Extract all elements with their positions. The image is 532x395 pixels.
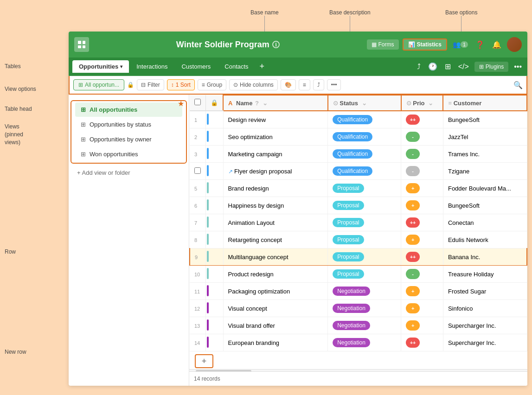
row-customer-cell: Trames Inc.	[443, 146, 527, 163]
history-icon[interactable]: 🕐	[426, 60, 439, 73]
filter-button[interactable]: ⊟ Filter	[137, 79, 164, 90]
sidebar-item-won[interactable]: ⊞ Won opportunities	[75, 147, 182, 161]
tab-interactions[interactable]: Interactions	[130, 60, 174, 73]
color-bar-cell	[206, 317, 224, 334]
priority-badge: +	[406, 183, 420, 193]
row-checkbox-cell: 8	[190, 231, 206, 248]
row-customer-cell: JazzTel	[443, 128, 527, 146]
row-customer-cell: Tzigane	[443, 163, 527, 180]
info-icon[interactable]: ℹ	[272, 41, 280, 48]
row-customer-cell: BungeeSoft	[443, 197, 527, 214]
status-badge: Proposal	[333, 269, 364, 279]
expand-icon[interactable]: ↗	[228, 168, 233, 175]
status-badge: Proposal	[333, 184, 364, 193]
add-table-button[interactable]: +	[256, 61, 269, 72]
search-button[interactable]: 🔍	[513, 81, 523, 89]
row-height-button[interactable]: ≡	[299, 79, 310, 90]
row-number: 7	[194, 220, 197, 226]
row-checkbox-cell: 2	[190, 128, 206, 146]
row-color-indicator	[207, 199, 209, 210]
add-view-button[interactable]: + Add view or folder	[71, 166, 186, 180]
row-customer-cell: Supercharger Inc.	[443, 317, 527, 334]
sidebar-item-by-owner[interactable]: ⊞ Opportunities by owner	[75, 132, 182, 147]
table-row: 12Visual conceptNegotiation+Sinfonico	[190, 300, 527, 317]
th-customer[interactable]: ≡ Customer	[443, 95, 527, 111]
row-priority-cell: ++	[401, 334, 443, 351]
plugins-button[interactable]: ⊞ Plugins	[474, 62, 508, 72]
th-name[interactable]: A Name ? ⌄	[223, 95, 328, 111]
customer-icon: ≡	[448, 100, 452, 107]
tab-contacts[interactable]: Contacts	[218, 60, 255, 73]
paint-icon-button[interactable]: 🎨	[281, 79, 296, 90]
status-badge: Negotiation	[333, 304, 370, 313]
row-color-indicator	[207, 268, 209, 279]
th-status[interactable]: ⊙ Status ⌄	[328, 95, 401, 111]
row-checkbox-cell: 14	[190, 334, 206, 351]
priority-badge: ++	[406, 338, 420, 348]
th-priority[interactable]: ⊙ Prio ⌄	[401, 95, 443, 111]
more-options-icon[interactable]: •••	[512, 61, 524, 73]
table-row: 11Packaging optimizationNegotiation+Fros…	[190, 283, 527, 300]
status-badge: Qualification	[333, 115, 372, 124]
row-status-cell: Negotiation	[328, 300, 401, 317]
grid-icon[interactable]: ⊞	[443, 60, 453, 73]
row-status-cell: Qualification	[328, 128, 401, 146]
row-checkbox-cell: 1	[190, 111, 206, 128]
status-badge: Proposal	[333, 218, 364, 227]
stats-icon: 📊	[408, 41, 415, 48]
lock-icon: 🔒	[127, 82, 134, 88]
select-all-checkbox[interactable]	[194, 99, 201, 105]
view-selector[interactable]: ⊞ All opportun...	[73, 79, 124, 90]
sort-button[interactable]: ↕ 1 Sort	[167, 79, 195, 90]
row-customer-cell: Banana Inc.	[443, 248, 527, 266]
row-color-indicator	[207, 217, 209, 228]
row-status-cell: Proposal	[328, 266, 401, 283]
new-row-annotation: New row	[5, 349, 26, 355]
row-checkbox-cell: 9	[190, 248, 206, 266]
row-priority-cell: ++	[401, 214, 443, 231]
users-button[interactable]: 👥 1	[451, 39, 470, 50]
forms-button[interactable]: ▦ Forms	[367, 39, 399, 50]
row-checkbox-cell: 12	[190, 300, 206, 317]
row-status-cell: Proposal	[328, 231, 401, 248]
row-color-indicator	[207, 337, 209, 348]
avatar[interactable]	[507, 37, 522, 52]
sidebar-item-by-status[interactable]: ⊞ Opportunities by status	[75, 117, 182, 132]
more-view-options[interactable]: •••	[327, 79, 341, 90]
help-button[interactable]: ❓	[474, 38, 487, 51]
table-row: 2Seo optimizationQualification-JazzTel	[190, 128, 527, 146]
data-table: 🔒 A Name ? ⌄ ⊙ Status ⌄	[189, 95, 527, 351]
name-sort-icon: ⌄	[263, 100, 268, 107]
priority-badge: -	[406, 166, 420, 176]
table-row: ↗ Flyer design proposalQualification-Tzi…	[190, 163, 527, 180]
table-row: 8Retargeting conceptProposal+Edulis Netw…	[190, 231, 527, 248]
row-checkbox-cell: 5	[190, 180, 206, 197]
hide-icon: ⊙	[233, 82, 238, 88]
tab-opportunities[interactable]: Opportunities ▾	[72, 60, 129, 73]
tables-annotation: Tables	[5, 63, 21, 70]
table-area: 🔒 A Name ? ⌄ ⊙ Status ⌄	[189, 95, 527, 386]
status-badge: Qualification	[333, 166, 372, 176]
app-icon[interactable]	[74, 37, 89, 52]
sidebar-item-all-opportunities[interactable]: ⊞ All opportunities	[75, 102, 182, 117]
grid-view-icon-3: ⊞	[81, 136, 86, 143]
group-button[interactable]: ≡ Group	[198, 79, 226, 90]
row-customer-cell: Fodder Boulevard Ma...	[443, 180, 527, 197]
link-share-button[interactable]: ⤴	[313, 79, 324, 90]
notifications-button[interactable]: 🔔	[490, 38, 503, 51]
color-bar-cell	[206, 214, 224, 231]
code-icon[interactable]: </>	[456, 61, 471, 73]
row-customer-cell: Frosted Sugar	[443, 283, 527, 300]
views-panel: ⊞ All opportunities ⊞ Opportunities by s…	[71, 100, 187, 164]
row-priority-cell: +	[401, 300, 443, 317]
table-head-annotation: Table head	[5, 106, 32, 112]
share-icon[interactable]: ⤴	[415, 61, 423, 73]
row-checkbox[interactable]	[194, 167, 201, 174]
hide-columns-button[interactable]: ⊙ Hide columns	[229, 79, 278, 90]
statistics-button[interactable]: 📊 Statistics	[403, 38, 447, 51]
color-bar-cell	[206, 128, 224, 146]
tab-customers[interactable]: Customers	[175, 60, 217, 73]
color-bar-cell	[206, 163, 224, 180]
add-row-button[interactable]: +	[195, 354, 213, 368]
row-name-cell: Visual brand offer	[223, 317, 328, 334]
